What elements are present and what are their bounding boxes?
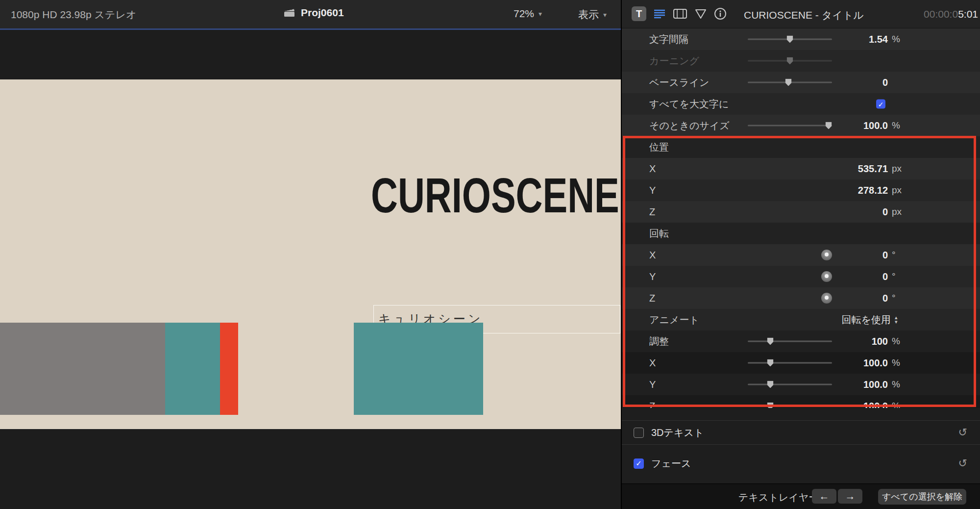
view-dropdown[interactable]: 表示 ▾: [578, 8, 607, 22]
viewer-toolbar: 1080p HD 23.98p ステレオ Proj0601 72% ▾ 表示 ▾: [0, 0, 621, 28]
value-field-tracking[interactable]: 1.54: [788, 34, 888, 45]
value-field-scale-x[interactable]: 100.0: [788, 357, 888, 369]
slider-thumb-scale[interactable]: [767, 338, 774, 345]
row-label-rotation-header: 回転: [649, 227, 669, 240]
chevron-down-icon: ▾: [539, 10, 542, 18]
project-title-label: Proj0601: [301, 7, 344, 19]
face-label: フェース: [651, 457, 691, 470]
slider-kerning[interactable]: [748, 60, 832, 62]
reset-icon[interactable]: ↺: [958, 457, 967, 470]
inspector-title: CURIOSCENE - タイトル: [744, 8, 864, 22]
inspector-rows: 文字間隔1.54%カーニングベースライン0すべてを大文字に✓そのときのサイズ10…: [622, 28, 980, 408]
row-label-baseline: ベースライン: [649, 76, 709, 89]
value-field-rotation-z[interactable]: 0: [788, 293, 888, 304]
row-label-rotation-x: X: [649, 250, 656, 261]
unit-label-scale-y: %: [892, 379, 900, 390]
unit-label-scale: %: [892, 336, 900, 347]
info-inspector-icon[interactable]: [714, 7, 727, 20]
value-field-position-x[interactable]: 535.71: [788, 163, 888, 175]
checkbox-all-caps[interactable]: ✓: [876, 100, 885, 109]
face-checkbox[interactable]: ✓: [634, 458, 644, 469]
color-block-teal: [165, 323, 220, 415]
inspector-row-scale: 調整100%: [622, 331, 980, 352]
row-label-scale: 調整: [649, 335, 669, 348]
inspector-row-tracking: 文字間隔1.54%: [622, 28, 980, 50]
row-label-caps-size: そのときのサイズ: [649, 119, 730, 132]
next-layer-button[interactable]: →: [838, 489, 862, 504]
deselect-all-button[interactable]: すべての選択を解除: [878, 489, 966, 505]
row-label-scale-y: Y: [649, 379, 656, 390]
inspector-row-kerning: カーニング: [622, 50, 980, 72]
unit-label-rotation-x: °: [892, 250, 896, 260]
zoom-dropdown[interactable]: 72% ▾: [514, 8, 542, 20]
value-field-scale-y[interactable]: 100.0: [788, 379, 888, 390]
face-row: ✓ フェース ↺: [622, 451, 980, 476]
unit-label-position-z: px: [892, 206, 902, 217]
chevron-down-icon: ▾: [603, 11, 607, 19]
text-layer-label: テキストレイヤー:: [738, 491, 821, 504]
final-cut-pro-window: 1080p HD 23.98p ステレオ Proj0601 72% ▾ 表示 ▾: [0, 0, 980, 509]
chevron-down-icon: ▾: [895, 320, 898, 324]
slider-thumb-scale-y[interactable]: [767, 381, 774, 388]
inspector-row-position-y: Y278.12px: [622, 179, 980, 201]
inspector-row-rotation-header: 回転: [622, 223, 980, 244]
row-label-kerning: カーニング: [649, 54, 699, 68]
color-block-red: [220, 323, 238, 415]
unit-label-caps-size: %: [892, 120, 900, 131]
inspector-row-scale-x: X100.0%: [622, 352, 980, 374]
slider-thumb-scale-z[interactable]: [767, 403, 774, 408]
value-field-scale[interactable]: 100: [788, 336, 888, 347]
previous-layer-button[interactable]: ←: [812, 489, 836, 504]
canvas-title-text[interactable]: CURIOSCENE: [371, 171, 619, 220]
color-block-gray: [0, 323, 165, 415]
inspector-panel: T: [622, 0, 980, 509]
row-label-position-y: Y: [649, 185, 656, 196]
popup-value-animate[interactable]: 回転を使用: [769, 313, 891, 327]
value-field-scale-z[interactable]: 100.0: [788, 401, 888, 408]
inspector-tabs: T: [632, 6, 727, 21]
row-label-all-caps: すべてを大文字に: [649, 98, 729, 111]
project-title: Proj0601: [283, 7, 344, 19]
inspector-row-rotation-x: X0°: [622, 244, 980, 266]
zoom-value: 72%: [514, 8, 534, 20]
mask-inspector-icon[interactable]: [694, 7, 708, 20]
value-field-position-z[interactable]: 0: [788, 206, 888, 218]
inspector-row-position-x: X535.71px: [622, 158, 980, 179]
text-tool-icon[interactable]: T: [632, 6, 646, 21]
inspector-row-position-header: 位置: [622, 136, 980, 158]
unit-label-rotation-z: °: [892, 293, 896, 304]
viewer-transport-bar: ▾ ▾: [0, 484, 621, 509]
video-inspector-icon[interactable]: [673, 7, 687, 20]
inspector-row-animate: アニメート回転を使用▴▾: [622, 309, 980, 331]
inspector-row-baseline: ベースライン0: [622, 72, 980, 93]
timecode-bright-part: 5:01: [958, 8, 978, 20]
inspector-row-position-z: Z0px: [622, 201, 980, 223]
inspector-row-scale-z: Z100.0%: [622, 395, 980, 408]
video-canvas: CURIOSCENE キュリオシーン: [0, 79, 621, 429]
inspector-row-all-caps: すべてを大文字に✓: [622, 93, 980, 115]
inspector-row-scale-y: Y100.0%: [622, 374, 980, 395]
row-label-tracking: 文字間隔: [649, 33, 688, 46]
row-label-position-header: 位置: [649, 141, 669, 154]
reset-icon[interactable]: ↺: [958, 426, 967, 439]
value-field-rotation-y[interactable]: 0: [788, 271, 888, 282]
row-label-rotation-y: Y: [649, 271, 656, 282]
row-label-scale-z: Z: [649, 401, 655, 408]
unit-label-position-x: px: [892, 163, 902, 174]
slider-thumb-kerning[interactable]: [787, 57, 793, 65]
3d-text-checkbox[interactable]: [634, 428, 644, 438]
toolbar-accent-line: [0, 28, 621, 30]
unit-label-scale-z: %: [892, 401, 900, 408]
value-field-caps-size[interactable]: 100.0: [788, 120, 888, 131]
inspector-lower-section: 3Dテキスト ↺ ✓ フェース ↺: [622, 408, 980, 484]
video-format-label: 1080p HD 23.98p ステレオ: [11, 8, 136, 22]
slider-thumb-scale-x[interactable]: [767, 359, 774, 367]
unit-label-rotation-y: °: [892, 271, 896, 282]
value-field-baseline[interactable]: 0: [788, 77, 888, 88]
popup-stepper-icon[interactable]: ▴▾: [895, 315, 898, 324]
value-field-position-y[interactable]: 278.12: [788, 185, 888, 196]
text-inspector-icon[interactable]: [653, 7, 666, 20]
3d-text-label: 3Dテキスト: [651, 426, 704, 439]
value-field-rotation-x[interactable]: 0: [788, 250, 888, 261]
row-label-rotation-z: Z: [649, 293, 655, 304]
